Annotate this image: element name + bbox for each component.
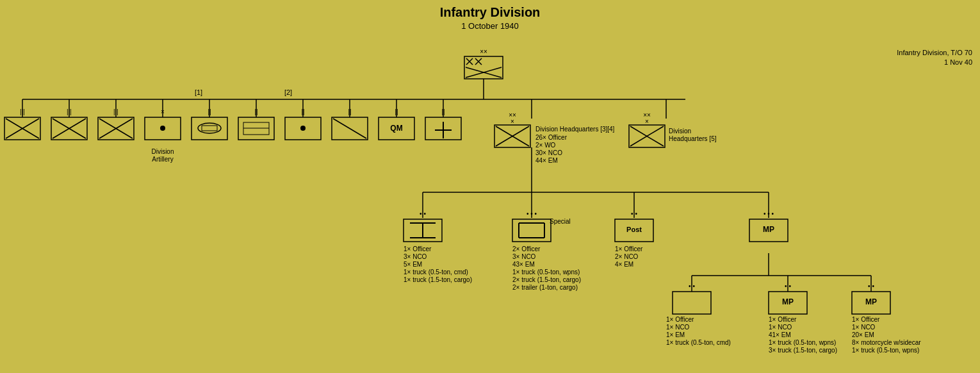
- svg-text:MP: MP: [782, 297, 794, 306]
- svg-text:1× truck (0.5-ton, wpns): 1× truck (0.5-ton, wpns): [769, 339, 836, 346]
- unit-infantry-2: |||: [51, 108, 87, 140]
- svg-point-48: [160, 126, 165, 131]
- svg-text:1× truck (0.5-ton, cmd): 1× truck (0.5-ton, cmd): [666, 339, 731, 346]
- div-hq-2: ×× × Division Headquarters [5]: [629, 112, 717, 147]
- svg-text:×: ×: [161, 108, 165, 115]
- svg-text:[1]: [1]: [195, 88, 202, 96]
- svg-text:1× Officer: 1× Officer: [404, 245, 432, 253]
- svg-text:2× WO: 2× WO: [535, 142, 556, 149]
- svg-text:|||: |||: [67, 108, 72, 115]
- svg-text:||: ||: [348, 108, 351, 115]
- svg-text:××: ××: [480, 48, 487, 55]
- svg-text:1× truck (0.5-ton, wpns): 1× truck (0.5-ton, wpns): [512, 269, 580, 276]
- svg-text:1× truck (1.5-ton, cargo): 1× truck (1.5-ton, cargo): [404, 276, 472, 283]
- svg-rect-54: [202, 126, 217, 131]
- unit-mp-company: • • • MP: [749, 210, 788, 242]
- svg-text:||: ||: [441, 108, 445, 115]
- svg-text:41× EM: 41× EM: [769, 331, 791, 338]
- svg-rect-26: [464, 56, 503, 79]
- unit-signal: ||: [285, 108, 321, 140]
- svg-text:1× Officer: 1× Officer: [852, 316, 880, 323]
- unit-hq-company: • • 1× Officer 3× NCO 5× EM 1× truck (0.…: [404, 210, 472, 283]
- svg-text:MP: MP: [763, 225, 774, 234]
- svg-text:Headquarters [5]: Headquarters [5]: [669, 135, 717, 142]
- svg-text:26× Officer: 26× Officer: [535, 134, 568, 141]
- svg-text:•  •: • •: [420, 210, 426, 217]
- svg-text:1× EM: 1× EM: [666, 331, 685, 338]
- svg-text:||: ||: [208, 108, 211, 115]
- svg-text:2× trailer (1-ton, cargo): 2× trailer (1-ton, cargo): [512, 284, 578, 291]
- unit-engineer: ||: [238, 108, 274, 140]
- svg-text:Division Headquarters [3][4]: Division Headquarters [3][4]: [535, 126, 615, 133]
- svg-text:2× NCO: 2× NCO: [615, 253, 639, 260]
- svg-text:1× truck (0.5-ton, wpns): 1× truck (0.5-ton, wpns): [852, 347, 919, 354]
- svg-text:|||: |||: [113, 108, 118, 115]
- svg-rect-122: [673, 292, 711, 314]
- svg-text:1× NCO: 1× NCO: [666, 324, 690, 331]
- svg-text:|||: |||: [20, 108, 25, 115]
- svg-text:Division: Division: [151, 148, 174, 155]
- svg-text:||: ||: [254, 108, 257, 115]
- svg-text:• •: • •: [631, 210, 637, 217]
- svg-text:×: ×: [645, 118, 649, 125]
- svg-text:Special: Special: [550, 218, 571, 225]
- unit-infantry-1: |||: [4, 108, 40, 140]
- svg-text:• •: • •: [785, 283, 791, 290]
- svg-text:MP: MP: [865, 297, 877, 306]
- div-hq-1: ×× × Division Headquarters [3][4] 26× Of…: [494, 112, 615, 164]
- svg-text:1× truck (0.5-ton, cmd): 1× truck (0.5-ton, cmd): [404, 269, 468, 276]
- svg-text:• •: • •: [689, 283, 695, 290]
- svg-text:2× truck (1.5-ton, cargo): 2× truck (1.5-ton, cargo): [512, 276, 581, 283]
- svg-text:43× EM: 43× EM: [512, 261, 535, 268]
- unit-qm: || QM: [379, 108, 414, 140]
- svg-text:1× Officer: 1× Officer: [615, 245, 643, 253]
- svg-point-61: [300, 126, 306, 131]
- svg-text:1× NCO: 1× NCO: [852, 324, 876, 331]
- unit-recon: ||: [332, 108, 368, 140]
- svg-text:30× NCO: 30× NCO: [535, 149, 562, 156]
- unit-mp-sub-1: • • 1× Officer 1× NCO 1× EM 1× truck (0.…: [666, 283, 731, 346]
- svg-text:• • •: • • •: [764, 210, 774, 217]
- unit-mp-sub-3: • • MP 1× Officer 1× NCO 20× EM 8× motor…: [852, 283, 921, 354]
- svg-text:8× motorcycle w/sidecar: 8× motorcycle w/sidecar: [852, 339, 921, 346]
- svg-text:• •: • •: [868, 283, 874, 290]
- svg-text:Division: Division: [669, 128, 691, 135]
- svg-text:4× EM: 4× EM: [615, 261, 633, 268]
- svg-text:1× Officer: 1× Officer: [769, 316, 797, 323]
- svg-text:20× EM: 20× EM: [852, 331, 874, 338]
- svg-text:• • •: • • •: [527, 210, 537, 217]
- unit-armor: ||: [192, 108, 227, 140]
- svg-text:1× Officer: 1× Officer: [666, 316, 694, 323]
- svg-text:Post: Post: [626, 226, 642, 233]
- svg-text:Artillery: Artillery: [152, 156, 173, 163]
- svg-text:3× truck (1.5-ton, cargo): 3× truck (1.5-ton, cargo): [769, 347, 837, 354]
- unit-infantry-3: |||: [98, 108, 134, 140]
- svg-text:5× EM: 5× EM: [404, 261, 422, 268]
- unit-post-company: • • Post 1× Officer 2× NCO 4× EM: [615, 210, 653, 268]
- svg-text:2× Officer: 2× Officer: [512, 245, 541, 253]
- unit-medical: ||: [425, 108, 461, 140]
- svg-text:QM: QM: [390, 124, 402, 133]
- svg-text:44× EM: 44× EM: [535, 157, 558, 164]
- top-hq-unit: ××: [464, 48, 503, 79]
- org-chart: ×× ||| ||| ||| × Division Artillery ||: [0, 0, 980, 373]
- svg-text:×: ×: [510, 118, 514, 125]
- svg-text:3× NCO: 3× NCO: [404, 253, 427, 260]
- svg-text:||: ||: [395, 108, 398, 115]
- unit-mp-sub-2: • • MP 1× Officer 1× NCO 41× EM 1× truck…: [769, 283, 837, 354]
- svg-text:1× NCO: 1× NCO: [769, 324, 792, 331]
- svg-text:[2]: [2]: [284, 88, 292, 96]
- svg-text:3× NCO: 3× NCO: [512, 253, 536, 260]
- unit-special-company: • • • Special 2× Officer 3× NCO 43× EM 1…: [512, 210, 581, 291]
- svg-text:||: ||: [301, 108, 304, 115]
